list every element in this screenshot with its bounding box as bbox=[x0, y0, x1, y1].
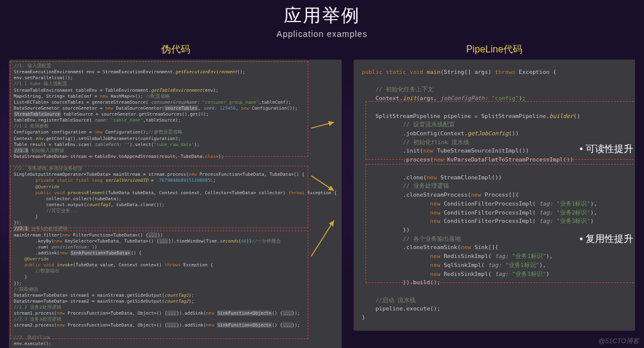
right-heading: PipeLine代码 bbox=[354, 44, 635, 56]
benefits-list: 可读性提升 复用性提升 bbox=[580, 143, 633, 323]
left-column: 伪伪代码 //1. 输入源配置 StreamExecutionEnvironme… bbox=[9, 44, 342, 348]
slide-title: 应用举例 Application examples bbox=[0, 0, 644, 39]
columns: 伪伪代码 //1. 输入源配置 StreamExecutionEnvironme… bbox=[0, 39, 644, 348]
title-en: Application examples bbox=[0, 29, 644, 39]
title-cn: 应用举例 bbox=[0, 4, 644, 28]
watermark: @51CTO博客 bbox=[599, 337, 639, 346]
heading-text: 伪代码 bbox=[162, 44, 190, 54]
left-heading: 伪伪代码 bbox=[9, 44, 342, 56]
benefit-readability: 可读性提升 bbox=[580, 143, 633, 156]
pseudocode-panel: //1. 输入源配置 StreamExecutionEnvironment en… bbox=[9, 60, 342, 348]
benefit-reusability: 复用性提升 bbox=[580, 233, 633, 246]
highlight-box bbox=[10, 166, 308, 228]
